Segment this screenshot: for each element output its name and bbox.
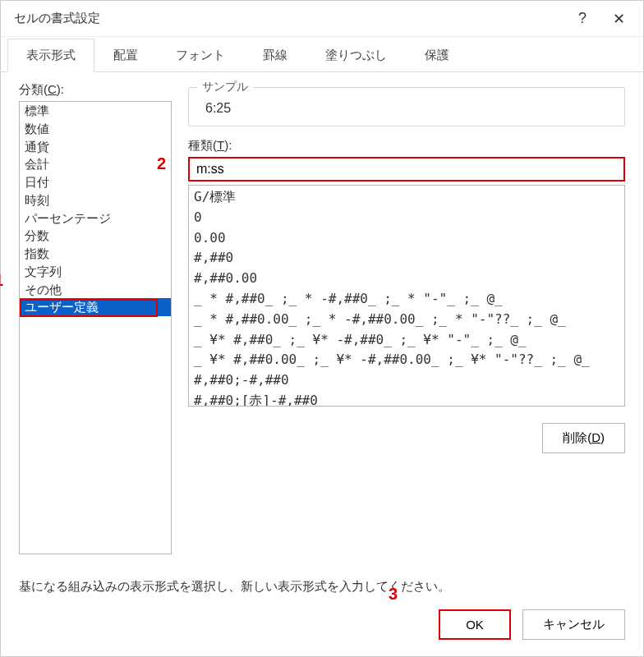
format-item[interactable]: _ * #,##0_ ;_ * -#,##0_ ;_ * "-"_ ;_ @_ xyxy=(194,289,619,310)
format-cells-dialog: セルの書式設定 ? ✕ 表示形式 配置 フォント 罫線 塗りつぶし 保護 分類(… xyxy=(0,0,644,657)
category-item[interactable]: ユーザー定義 xyxy=(20,298,171,316)
tab-font[interactable]: フォント xyxy=(157,39,244,72)
dialog-body: 分類(C): 標準数値通貨会計日付時刻パーセンテージ分数指数文字列その他ユーザー… xyxy=(1,72,643,601)
category-item[interactable]: 日付 xyxy=(20,173,171,191)
sample-legend: サンプル xyxy=(197,80,253,94)
format-item[interactable]: _ * #,##0.00_ ;_ * -#,##0.00_ ;_ * "-"??… xyxy=(194,310,619,330)
category-item[interactable]: 通貨 xyxy=(20,138,171,156)
tab-protection[interactable]: 保護 xyxy=(406,39,468,72)
close-icon[interactable]: ✕ xyxy=(600,2,637,35)
category-listbox[interactable]: 標準数値通貨会計日付時刻パーセンテージ分数指数文字列その他ユーザー定義 xyxy=(19,101,172,554)
titlebar: セルの書式設定 ? ✕ xyxy=(1,1,643,37)
format-listbox[interactable]: G/標準00.00#,##0#,##0.00_ * #,##0_ ;_ * -#… xyxy=(188,185,625,407)
category-item[interactable]: 会計 xyxy=(20,155,171,173)
dialog-footer: 3 OK キャンセル xyxy=(1,601,643,656)
format-item[interactable]: #,##0.00 xyxy=(194,269,619,289)
category-item[interactable]: 数値 xyxy=(20,120,171,138)
tab-border[interactable]: 罫線 xyxy=(244,39,306,72)
sample-box: サンプル 6:25 xyxy=(188,87,625,126)
tab-strip: 表示形式 配置 フォント 罫線 塗りつぶし 保護 xyxy=(1,37,643,72)
category-item[interactable]: 標準 xyxy=(20,102,171,120)
delete-button[interactable]: 削除(D) xyxy=(542,423,625,453)
dialog-title: セルの書式設定 xyxy=(14,11,564,26)
category-item[interactable]: その他 xyxy=(20,281,171,299)
type-label: 種類(T): xyxy=(188,138,232,154)
category-item[interactable]: 文字列 xyxy=(20,263,171,281)
format-item[interactable]: #,##0;-#,##0 xyxy=(194,370,619,391)
format-item[interactable]: 0 xyxy=(194,208,619,228)
format-item[interactable]: #,##0;[赤]-#,##0 xyxy=(194,391,619,407)
tab-alignment[interactable]: 配置 xyxy=(94,39,157,72)
hint-text: 基になる組み込みの表示形式を選択し、新しい表示形式を入力してください。 xyxy=(19,579,625,595)
category-item[interactable]: 時刻 xyxy=(20,191,171,209)
format-item[interactable]: #,##0 xyxy=(194,248,619,269)
help-icon[interactable]: ? xyxy=(564,2,600,35)
category-item[interactable]: 分数 xyxy=(20,227,171,245)
format-item[interactable]: G/標準 xyxy=(194,187,619,208)
tab-number-format[interactable]: 表示形式 xyxy=(7,39,94,72)
sample-value: 6:25 xyxy=(200,101,613,116)
ok-button[interactable]: OK xyxy=(439,609,511,640)
annotation-1: 1 xyxy=(0,271,3,290)
cancel-button[interactable]: キャンセル xyxy=(522,609,625,640)
tab-fill[interactable]: 塗りつぶし xyxy=(306,39,406,72)
category-label: 分類(C): xyxy=(19,82,172,98)
format-item[interactable]: _ ¥* #,##0.00_ ;_ ¥* -#,##0.00_ ;_ ¥* "-… xyxy=(194,350,619,370)
category-item[interactable]: 指数 xyxy=(20,245,171,263)
format-item[interactable]: _ ¥* #,##0_ ;_ ¥* -#,##0_ ;_ ¥* "-"_ ;_ … xyxy=(194,330,619,351)
format-item[interactable]: 0.00 xyxy=(194,228,619,249)
type-input[interactable] xyxy=(188,157,625,181)
category-item[interactable]: パーセンテージ xyxy=(20,209,171,227)
